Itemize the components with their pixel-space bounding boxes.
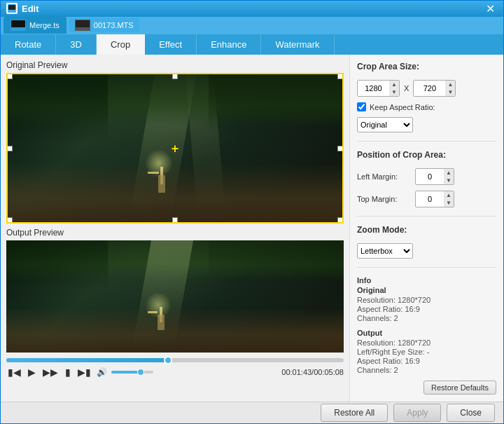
info-title: Info bbox=[357, 276, 496, 285]
original-title: Original bbox=[357, 286, 496, 294]
x-separator: X bbox=[404, 84, 409, 93]
tab-rotate[interactable]: Rotate bbox=[1, 34, 56, 55]
width-input[interactable] bbox=[358, 81, 389, 96]
edit-window: Edit ✕ Merge.ts 00173.MTS Rotate 3D Crop… bbox=[0, 0, 504, 424]
divider-1 bbox=[357, 141, 496, 142]
merge-tab-label: Merge.ts bbox=[29, 21, 59, 29]
svg-rect-6 bbox=[76, 20, 90, 27]
bottom-close-button[interactable]: Close bbox=[447, 404, 495, 422]
app-icon bbox=[6, 3, 18, 14]
file-tab-2-label: 00173.MTS bbox=[94, 21, 134, 29]
skip-back-button[interactable]: ▮◀ bbox=[6, 365, 22, 379]
file-tab-2[interactable]: 00173.MTS bbox=[69, 18, 139, 32]
left-margin-row: Left Margin: ▲ ▼ bbox=[357, 168, 496, 185]
orig-aspect: Aspect Ratio: 16:9 bbox=[357, 305, 496, 313]
volume-thumb[interactable] bbox=[137, 369, 144, 376]
crop-handle-mr[interactable] bbox=[337, 146, 342, 151]
video-scene-output bbox=[6, 240, 344, 353]
crop-handle-tm[interactable] bbox=[172, 74, 178, 79]
zoom-mode-select[interactable]: Letterbox bbox=[357, 243, 413, 259]
volume-icon: 🔊 bbox=[97, 367, 107, 377]
keep-aspect-label[interactable]: Keep Aspect Ratio: bbox=[370, 103, 435, 111]
progress-fill bbox=[6, 358, 168, 362]
figure-body bbox=[158, 175, 165, 193]
output-figure bbox=[151, 307, 171, 330]
figure bbox=[152, 167, 172, 193]
orig-channels: Channels: 2 bbox=[357, 314, 496, 322]
bottom-bar: Restore All Apply Close bbox=[1, 402, 503, 423]
close-button[interactable]: ✕ bbox=[483, 2, 498, 15]
top-margin-spin-down[interactable]: ▼ bbox=[444, 199, 454, 207]
keep-aspect-checkbox[interactable] bbox=[357, 102, 366, 111]
tab-enhance[interactable]: Enhance bbox=[197, 34, 261, 55]
apply-button[interactable]: Apply bbox=[393, 404, 441, 422]
out-aspect: Aspect Ratio: 16:9 bbox=[357, 357, 496, 365]
out-eye-size: Left/Right Eye Size: - bbox=[357, 348, 496, 356]
height-input[interactable] bbox=[414, 81, 445, 96]
tab-crop[interactable]: Crop bbox=[97, 34, 145, 55]
step-forward-button[interactable]: ▶▶ bbox=[41, 365, 59, 379]
playback-bar: ▮◀ ▶ ▶▶ ▮ ▶▮ 🔊 00:01:43/00:05:08 bbox=[6, 358, 344, 379]
width-spinners: ▲ ▼ bbox=[389, 81, 399, 96]
left-margin-label: Left Margin: bbox=[357, 172, 410, 181]
crop-handle-ml[interactable] bbox=[8, 146, 13, 151]
file-tabs: Merge.ts 00173.MTS bbox=[1, 17, 503, 35]
output-glow bbox=[144, 293, 172, 317]
nav-tabs: Rotate 3D Crop Effect Enhance Watermark bbox=[1, 34, 503, 55]
output-ground bbox=[6, 308, 344, 353]
title-bar: Edit ✕ bbox=[1, 1, 503, 17]
divider-3 bbox=[357, 267, 496, 268]
restore-all-button[interactable]: Restore All bbox=[321, 404, 388, 422]
crop-handle-br[interactable] bbox=[337, 217, 342, 222]
left-margin-input[interactable] bbox=[416, 169, 444, 184]
top-margin-row: Top Margin: ▲ ▼ bbox=[357, 191, 496, 207]
crop-crosshair: + bbox=[172, 141, 179, 156]
crop-handle-bm[interactable] bbox=[172, 217, 178, 222]
tab-effect[interactable]: Effect bbox=[145, 34, 197, 55]
output-preview-label: Output Preview bbox=[6, 228, 344, 238]
restore-defaults-button[interactable]: Restore Defaults bbox=[424, 381, 496, 395]
progress-thumb[interactable] bbox=[164, 356, 172, 364]
right-panel: Crop Area Size: ▲ ▼ X ▲ ▼ bbox=[349, 55, 503, 402]
play-button[interactable]: ▶ bbox=[27, 365, 37, 379]
left-margin-spinners: ▲ ▼ bbox=[444, 169, 454, 184]
crop-handle-tr[interactable] bbox=[337, 74, 342, 79]
divider-2 bbox=[357, 216, 496, 217]
progress-track[interactable] bbox=[6, 358, 344, 362]
svg-rect-4 bbox=[11, 20, 25, 27]
crop-handle-tl[interactable] bbox=[8, 74, 13, 79]
tab-watermark[interactable]: Watermark bbox=[261, 34, 334, 55]
left-margin-input-group: ▲ ▼ bbox=[415, 168, 454, 185]
time-display: 00:01:43/00:05:08 bbox=[281, 368, 344, 376]
top-margin-input[interactable] bbox=[416, 191, 444, 207]
svg-rect-1 bbox=[8, 5, 15, 10]
skip-forward-button[interactable]: ▶▮ bbox=[76, 365, 92, 379]
left-margin-spin-up[interactable]: ▲ bbox=[444, 169, 454, 177]
crop-handle-bl[interactable] bbox=[8, 217, 13, 222]
zoom-mode-label: Zoom Mode: bbox=[357, 225, 496, 235]
top-margin-input-group: ▲ ▼ bbox=[415, 191, 454, 207]
height-spin-up[interactable]: ▲ bbox=[445, 81, 455, 88]
top-margin-spin-up[interactable]: ▲ bbox=[444, 191, 454, 199]
output-video bbox=[6, 240, 344, 353]
aspect-select[interactable]: Original bbox=[357, 117, 413, 132]
width-spin-down[interactable]: ▼ bbox=[389, 88, 399, 96]
original-preview-frame: + bbox=[6, 73, 344, 224]
left-margin-spin-down[interactable]: ▼ bbox=[444, 177, 454, 184]
height-spin-down[interactable]: ▼ bbox=[445, 88, 455, 96]
volume-fill bbox=[111, 371, 141, 374]
volume-track[interactable] bbox=[111, 371, 153, 374]
output-info-section: Output Resolution: 1280*720 Left/Right E… bbox=[357, 329, 496, 375]
stop-button[interactable]: ▮ bbox=[64, 365, 72, 379]
top-margin-spinners: ▲ ▼ bbox=[444, 191, 454, 207]
original-preview-label: Original Preview bbox=[6, 60, 344, 70]
original-video: + bbox=[8, 74, 342, 222]
merge-tab[interactable]: Merge.ts bbox=[4, 17, 66, 34]
output-title: Output bbox=[357, 329, 496, 337]
width-spin-up[interactable]: ▲ bbox=[389, 81, 399, 88]
tab-3d[interactable]: 3D bbox=[56, 34, 97, 55]
merge-icon bbox=[10, 20, 26, 31]
keep-aspect-row: Keep Aspect Ratio: bbox=[357, 102, 496, 111]
video-panel: Original Preview bbox=[1, 55, 349, 402]
out-channels: Channels: 2 bbox=[357, 366, 496, 374]
